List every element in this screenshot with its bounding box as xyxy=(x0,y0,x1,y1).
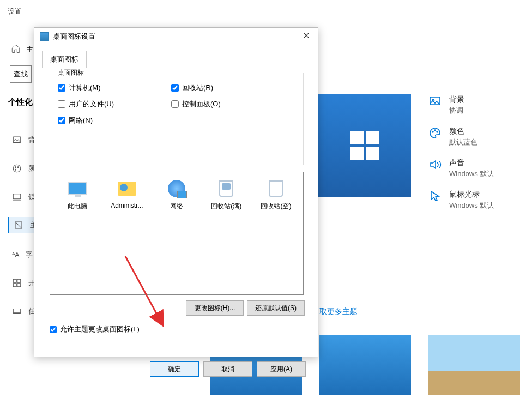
sidebar-item-colors[interactable]: 颜 xyxy=(12,164,35,173)
palette-icon xyxy=(428,126,442,141)
picture-icon xyxy=(428,95,442,110)
icon-preview-list[interactable]: 此电脑 Administr... 网络 回收站(满) 回收站(空) xyxy=(50,172,304,295)
search-label: 查找 xyxy=(14,69,28,79)
theme-thumbnail-2[interactable] xyxy=(319,335,411,395)
group-label: 桌面图标 xyxy=(56,68,86,77)
settings-title: 设置 xyxy=(8,7,22,16)
ok-button[interactable]: 确定 xyxy=(150,361,199,377)
category-label: 个性化 xyxy=(8,97,33,107)
windows-logo-icon xyxy=(350,131,379,160)
dialog-titlebar[interactable]: 桌面图标设置 xyxy=(34,28,318,45)
computer-icon xyxy=(68,182,87,195)
more-themes-link[interactable]: 取更多主题 xyxy=(319,307,358,317)
desktop-preview xyxy=(318,94,411,197)
list-item-network[interactable]: 网络 xyxy=(154,179,199,211)
recycle-bin-empty-icon xyxy=(269,180,283,197)
theme-thumbnail-3[interactable] xyxy=(428,335,520,395)
apply-button[interactable]: 应用(A) xyxy=(257,361,306,377)
network-icon xyxy=(168,180,185,197)
svg-point-2 xyxy=(15,167,16,168)
restore-default-button[interactable]: 还原默认值(S) xyxy=(247,300,305,316)
svg-point-18 xyxy=(437,131,438,132)
svg-rect-11 xyxy=(17,284,21,287)
checkbox-recycle[interactable]: 回收站(R) xyxy=(171,83,213,93)
svg-point-3 xyxy=(17,167,19,168)
list-item-bin-empty[interactable]: 回收站(空) xyxy=(253,179,299,211)
list-item-bin-full[interactable]: 回收站(满) xyxy=(204,179,249,211)
tabbar: 桌面图标 xyxy=(42,51,87,68)
home-row[interactable]: 主 xyxy=(11,44,33,55)
checkbox-network[interactable]: 网络(N) xyxy=(58,116,93,125)
cursor-icon xyxy=(428,190,442,204)
checkbox-computer[interactable]: 计算机(M) xyxy=(58,83,101,93)
change-icon-button[interactable]: 更改图标(H)... xyxy=(186,300,244,316)
sidebar-item-start[interactable]: 开 xyxy=(12,278,35,288)
user-folder-icon xyxy=(118,182,136,196)
dialog-title: 桌面图标设置 xyxy=(53,32,95,41)
svg-point-16 xyxy=(432,131,433,132)
close-button[interactable] xyxy=(295,28,318,43)
desktop-icon-settings-dialog: 桌面图标设置 桌面图标 桌面图标 计算机(M) 回收站(R) 用户的文件(U) … xyxy=(34,27,318,357)
sidebar-item-taskbar[interactable]: 任 xyxy=(12,306,35,316)
dialog-app-icon xyxy=(40,32,49,41)
svg-point-17 xyxy=(434,130,436,131)
desktop-icons-group: 桌面图标 计算机(M) 回收站(R) 用户的文件(U) 控制面板(O) 网络(N… xyxy=(50,73,304,165)
option-cursor[interactable]: 鼠标光标Windows 默认 xyxy=(428,190,494,210)
sidebar-item-fonts[interactable]: ᴬA字 xyxy=(12,250,33,260)
home-label: 主 xyxy=(26,45,33,55)
sidebar-item-lockscreen[interactable]: 锁 xyxy=(12,192,35,202)
svg-rect-5 xyxy=(13,194,21,199)
option-color[interactable]: 颜色默认蓝色 xyxy=(428,126,477,147)
svg-rect-10 xyxy=(13,284,16,287)
svg-rect-8 xyxy=(13,279,16,282)
cancel-button[interactable]: 取消 xyxy=(203,361,252,377)
svg-point-4 xyxy=(15,169,16,170)
close-icon xyxy=(303,32,310,39)
list-item-admin[interactable]: Administr... xyxy=(104,179,149,209)
tab-desktop-icons[interactable]: 桌面图标 xyxy=(42,51,87,68)
recycle-bin-full-icon xyxy=(219,180,233,197)
option-sound[interactable]: 声音Windows 默认 xyxy=(428,158,494,179)
svg-rect-12 xyxy=(13,309,21,314)
svg-rect-0 xyxy=(13,137,21,143)
checkbox-allow-themes[interactable]: 允许主题更改桌面图标(L) xyxy=(50,324,140,334)
checkbox-controlpanel[interactable]: 控制面板(O) xyxy=(171,99,221,109)
sidebar-item-background[interactable]: 背 xyxy=(12,135,35,145)
home-icon xyxy=(11,44,21,55)
checkbox-userfiles[interactable]: 用户的文件(U) xyxy=(58,99,114,109)
fonts-icon: ᴬA xyxy=(12,251,19,259)
list-item-pc[interactable]: 此电脑 xyxy=(55,179,100,211)
svg-point-1 xyxy=(13,165,21,172)
sound-icon xyxy=(428,158,442,173)
search-input[interactable]: 查找 xyxy=(10,65,32,83)
option-background[interactable]: 背景协调 xyxy=(428,95,464,116)
svg-rect-9 xyxy=(17,279,21,282)
